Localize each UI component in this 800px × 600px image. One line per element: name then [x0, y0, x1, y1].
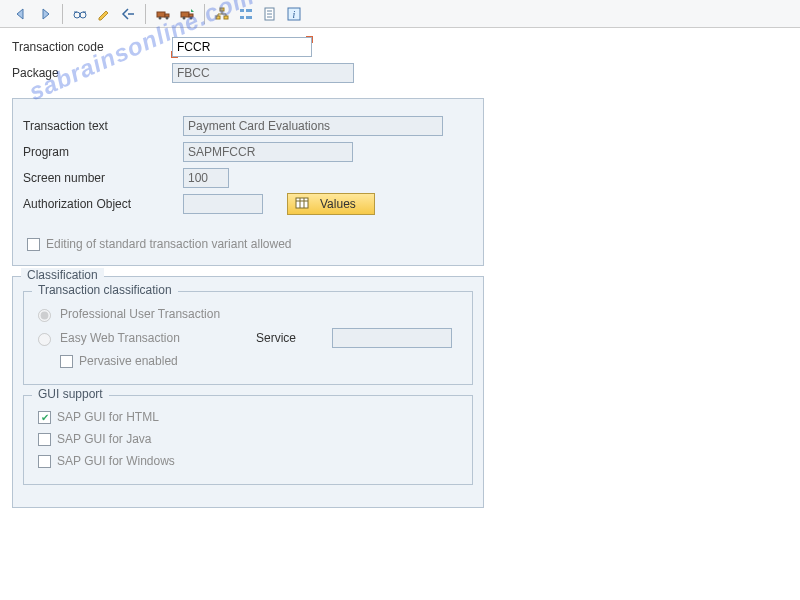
gui-windows-row: SAP GUI for Windows: [34, 450, 462, 472]
transaction-classification-title: Transaction classification: [32, 283, 178, 297]
program-label: Program: [23, 145, 183, 159]
svg-rect-15: [246, 9, 252, 12]
svg-rect-2: [157, 12, 165, 17]
radio-professional-label: Professional User Transaction: [60, 307, 220, 321]
table-icon: [294, 195, 310, 214]
screen-number-label: Screen number: [23, 171, 183, 185]
pervasive-label: Pervasive enabled: [79, 354, 178, 368]
auth-object-label: Authorization Object: [23, 197, 183, 211]
gui-support-title: GUI support: [32, 387, 109, 401]
hierarchy-icon[interactable]: [211, 3, 233, 25]
tcode-input[interactable]: [172, 37, 312, 57]
toolbar-separator: [62, 4, 63, 24]
toolbar-separator: [204, 4, 205, 24]
screen-number-input: [183, 168, 229, 188]
gui-html-checkbox[interactable]: ✔: [38, 411, 51, 424]
svg-rect-12: [224, 16, 228, 19]
info-icon[interactable]: i: [283, 3, 305, 25]
gui-html-label: SAP GUI for HTML: [57, 410, 159, 424]
toolbar: i: [0, 0, 800, 28]
svg-point-1: [80, 12, 86, 18]
object-dir-icon[interactable]: [235, 3, 257, 25]
toolbar-separator: [145, 4, 146, 24]
svg-rect-16: [246, 16, 252, 19]
svg-point-8: [183, 16, 186, 19]
svg-point-4: [159, 16, 162, 19]
svg-rect-14: [240, 16, 244, 19]
tcode-label: Transaction code: [12, 40, 172, 54]
svg-point-5: [166, 16, 169, 19]
gui-html-row: ✔ SAP GUI for HTML: [34, 406, 462, 428]
svg-text:i: i: [293, 9, 296, 20]
tcode-row: Transaction code: [12, 34, 788, 60]
values-button-label: Values: [320, 197, 356, 211]
svg-rect-11: [216, 16, 220, 19]
variant-edit-row: Editing of standard transaction variant …: [23, 233, 473, 255]
other-object-icon[interactable]: [117, 3, 139, 25]
pervasive-row: Pervasive enabled: [56, 350, 462, 372]
radio-easy-web-label: Easy Web Transaction: [60, 331, 250, 345]
transaction-text-label: Transaction text: [23, 119, 183, 133]
gui-java-row: SAP GUI for Java: [34, 428, 462, 450]
gui-windows-label: SAP GUI for Windows: [57, 454, 175, 468]
variant-edit-label: Editing of standard transaction variant …: [46, 237, 291, 251]
gui-java-checkbox[interactable]: [38, 433, 51, 446]
gui-support-group: GUI support ✔ SAP GUI for HTML SAP GUI f…: [23, 395, 473, 485]
svg-rect-20: [296, 198, 308, 208]
package-input: [172, 63, 354, 83]
svg-rect-13: [240, 9, 244, 12]
svg-rect-10: [220, 8, 224, 11]
back-icon[interactable]: [10, 3, 32, 25]
classification-group: Classification Transaction classificatio…: [12, 276, 484, 508]
change-icon[interactable]: [93, 3, 115, 25]
radio-professional[interactable]: [38, 309, 51, 322]
radio-easyweb-row: Easy Web Transaction Service: [34, 326, 462, 350]
svg-point-9: [190, 16, 193, 19]
forward-icon[interactable]: [34, 3, 56, 25]
display-icon[interactable]: [69, 3, 91, 25]
classification-title: Classification: [21, 268, 104, 282]
package-label: Package: [12, 66, 172, 80]
detail-panel: Transaction text Program Screen number A…: [12, 98, 484, 266]
transport-entry-icon[interactable]: [176, 3, 198, 25]
service-label: Service: [256, 331, 326, 345]
radio-professional-row: Professional User Transaction: [34, 302, 462, 326]
radio-easy-web[interactable]: [38, 333, 51, 346]
svg-rect-6: [181, 12, 189, 17]
pervasive-checkbox[interactable]: [60, 355, 73, 368]
variant-edit-checkbox[interactable]: [27, 238, 40, 251]
gui-java-label: SAP GUI for Java: [57, 432, 151, 446]
package-row: Package: [12, 60, 788, 86]
transport-icon[interactable]: [152, 3, 174, 25]
gui-windows-checkbox[interactable]: [38, 455, 51, 468]
svg-point-0: [74, 12, 80, 18]
transaction-classification-group: Transaction classification Professional …: [23, 291, 473, 385]
program-input: [183, 142, 353, 162]
service-input: [332, 328, 452, 348]
transaction-text-input: [183, 116, 443, 136]
values-button[interactable]: Values: [287, 193, 375, 215]
documentation-icon[interactable]: [259, 3, 281, 25]
auth-object-input: [183, 194, 263, 214]
